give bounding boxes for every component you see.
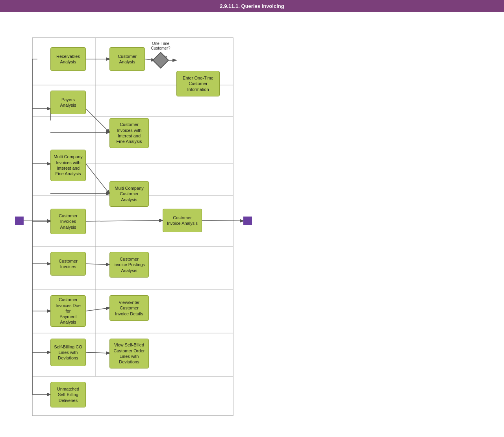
svg-line-25 [86, 352, 109, 353]
node-customer-invoices-analysis[interactable]: CustomerInvoicesAnalysis [50, 209, 86, 234]
node-customer-analysis[interactable]: CustomerAnalysis [109, 47, 145, 71]
start-terminal [15, 217, 24, 225]
node-cust-inv-due[interactable]: CustomerInvoices Due forPaymentAnalysis [50, 295, 86, 327]
svg-line-23 [86, 264, 109, 265]
one-time-label: One-TimeCustomer? [145, 41, 176, 51]
node-unmatched[interactable]: UnmatchedSelf-BillingDeliveries [50, 382, 86, 407]
title-text: 2.9.11.1. Queries Invoicing [220, 3, 284, 9]
svg-line-18 [86, 164, 109, 194]
node-view-enter-details[interactable]: View/EnterCustomerInvoice Details [109, 295, 149, 321]
node-customer-invoices[interactable]: CustomerInvoices [50, 252, 86, 276]
svg-line-15 [86, 109, 109, 132]
node-receivables-analysis[interactable]: ReceivablesAnalysis [50, 47, 86, 71]
svg-line-21 [86, 220, 163, 221]
node-customer-invoice-analysis[interactable]: CustomerInvoice Analysis [163, 209, 202, 232]
decision-diamond [152, 52, 169, 69]
title-bar: 2.9.11.1. Queries Invoicing [0, 0, 504, 12]
node-cust-inv-interest[interactable]: CustomerInvoices withInterest andFine An… [109, 118, 149, 148]
end-terminal [243, 217, 252, 225]
node-multi-company-invoices[interactable]: Multi CompanyInvoices withInterest andFi… [50, 150, 86, 181]
diagram-container: No [0, 12, 504, 437]
svg-line-24 [86, 308, 109, 311]
node-cust-inv-postings[interactable]: CustomerInvoice PostingsAnalysis [109, 252, 149, 278]
node-view-self-billed[interactable]: View Self-BilledCustomer OrderLines with… [109, 339, 149, 368]
node-self-billing[interactable]: Self-Billing COLines withDeviations [50, 339, 86, 366]
node-enter-one-time[interactable]: Enter One-TimeCustomerInformation [176, 71, 220, 96]
node-multi-company-customer[interactable]: Multi CompanyCustomerAnalysis [109, 181, 149, 207]
node-payers-analysis[interactable]: Payers Analysis [50, 91, 86, 114]
svg-line-22 [202, 220, 243, 221]
